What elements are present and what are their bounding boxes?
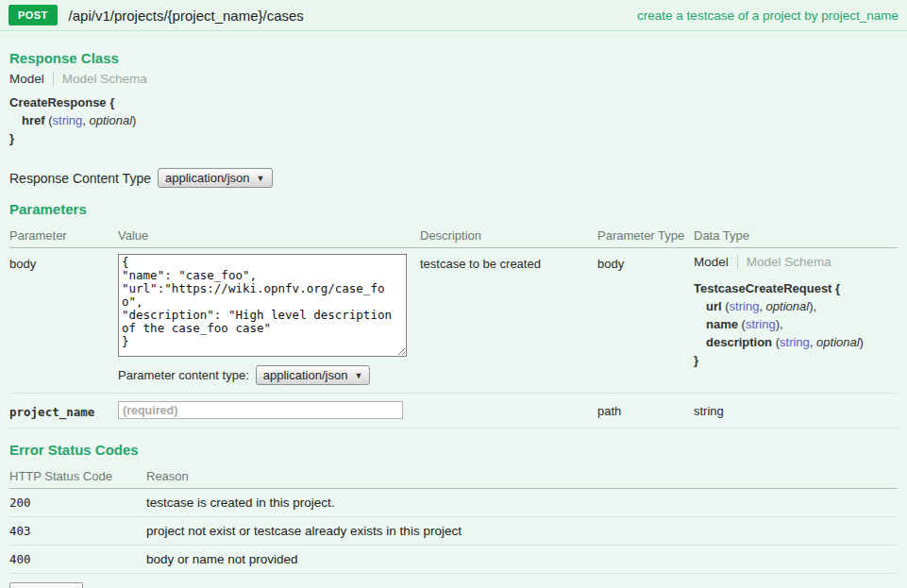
- property-type: string: [53, 113, 83, 127]
- parameter-description: [420, 401, 597, 404]
- col-reason: Reason: [146, 469, 898, 483]
- operation-content: Response Class Model Model Schema Create…: [0, 31, 907, 588]
- parameter-data-type-cell: Model Model Schema TestcaseCreateRequest…: [694, 254, 898, 369]
- model-property: name (string),: [694, 315, 898, 333]
- operation-summary-link[interactable]: create a testcase of a project by projec…: [637, 8, 899, 23]
- operation-header[interactable]: POST /api/v1/projects/{project_name}/cas…: [0, 0, 907, 31]
- parameter-type: path: [597, 401, 694, 418]
- error-table-header: HTTP Status Code Reason: [9, 463, 898, 489]
- status-code: 403: [9, 524, 146, 538]
- col-value: Value: [118, 228, 420, 243]
- parameters-table-header: Parameter Value Description Parameter Ty…: [9, 223, 898, 248]
- error-row: 400 body or name not provided: [9, 546, 898, 574]
- dropdown-arrow-icon: ▼: [354, 371, 362, 380]
- tab-model[interactable]: Model: [694, 254, 729, 270]
- status-reason: testcase is created in this project.: [146, 496, 898, 510]
- project-name-input[interactable]: [118, 401, 403, 419]
- data-type-tabs: Model Model Schema: [694, 254, 898, 270]
- parameter-content-type-select[interactable]: application/json ▼: [256, 365, 371, 385]
- parameter-value-cell: [118, 401, 420, 419]
- property-optional-flag: optional: [816, 335, 860, 349]
- col-parameter-type: Parameter Type: [597, 228, 694, 243]
- http-method-badge: POST: [8, 5, 58, 25]
- endpoint-path[interactable]: /api/v1/projects/{project_name}/cases: [69, 8, 304, 24]
- property-optional-flag: optional: [766, 299, 810, 313]
- tab-divider: [737, 255, 738, 269]
- try-it-out-button[interactable]: Try it out!: [9, 582, 83, 588]
- status-code: 400: [9, 552, 146, 566]
- dropdown-arrow-icon: ▼: [257, 174, 265, 183]
- parameter-content-type-label: Parameter content type:: [118, 368, 249, 382]
- col-description: Description: [420, 228, 597, 243]
- response-content-type-value: application/json: [165, 171, 250, 185]
- parameter-content-type-value: application/json: [263, 368, 348, 382]
- parameter-row-project-name: project_name path string: [9, 394, 898, 428]
- model-close: }: [9, 129, 898, 147]
- response-content-type-select[interactable]: application/json ▼: [158, 168, 273, 188]
- parameter-content-type-row: Parameter content type: application/json…: [118, 365, 420, 385]
- model-open: TestcaseCreateRequest {: [694, 279, 898, 297]
- parameter-name: project_name: [9, 401, 118, 419]
- response-content-type-label: Response Content Type: [9, 171, 151, 186]
- parameter-type: body: [597, 254, 694, 271]
- status-reason: body or name not provided: [146, 552, 898, 566]
- error-row: 200 testcase is created in this project.: [9, 489, 898, 517]
- error-row: 403 project not exist or testcase alread…: [9, 517, 898, 546]
- response-model-signature: CreateResponse { href (string, optional)…: [9, 93, 898, 147]
- col-parameter: Parameter: [9, 228, 118, 243]
- property-type: string: [730, 299, 760, 313]
- model-open: CreateResponse {: [9, 93, 898, 111]
- tab-model-schema[interactable]: Model Schema: [747, 254, 831, 270]
- tab-model-schema[interactable]: Model Schema: [62, 72, 147, 86]
- model-close: }: [694, 351, 898, 369]
- property-optional-flag: optional: [90, 113, 133, 127]
- property-type: string: [746, 317, 776, 331]
- parameters-heading: Parameters: [9, 201, 898, 217]
- parameter-data-type: string: [694, 401, 898, 418]
- tab-divider: [53, 72, 54, 86]
- col-data-type: Data Type: [694, 228, 898, 243]
- col-http-status-code: HTTP Status Code: [9, 469, 146, 483]
- property-type: string: [780, 335, 810, 349]
- response-content-type-row: Response Content Type application/json ▼: [9, 168, 898, 188]
- request-model-signature: TestcaseCreateRequest { url (string, opt…: [694, 279, 898, 369]
- tab-model[interactable]: Model: [9, 72, 44, 86]
- response-class-tabs: Model Model Schema: [9, 72, 898, 86]
- response-class-heading: Response Class: [9, 50, 898, 66]
- parameter-row-body: body { "name": "case_foo", "url":"https:…: [9, 248, 898, 394]
- model-property: description (string, optional): [694, 333, 898, 351]
- status-reason: project not exist or testcase already ex…: [146, 524, 898, 538]
- status-code: 200: [9, 496, 146, 510]
- parameter-name: body: [9, 254, 118, 271]
- error-status-codes-heading: Error Status Codes: [9, 442, 898, 458]
- parameter-description: testcase to be created: [420, 254, 597, 271]
- model-property: url (string, optional),: [694, 297, 898, 315]
- model-property: href (string, optional): [9, 111, 898, 129]
- parameter-value-cell: { "name": "case_foo", "url":"https://wik…: [118, 254, 420, 385]
- body-json-textarea[interactable]: { "name": "case_foo", "url":"https://wik…: [118, 254, 407, 357]
